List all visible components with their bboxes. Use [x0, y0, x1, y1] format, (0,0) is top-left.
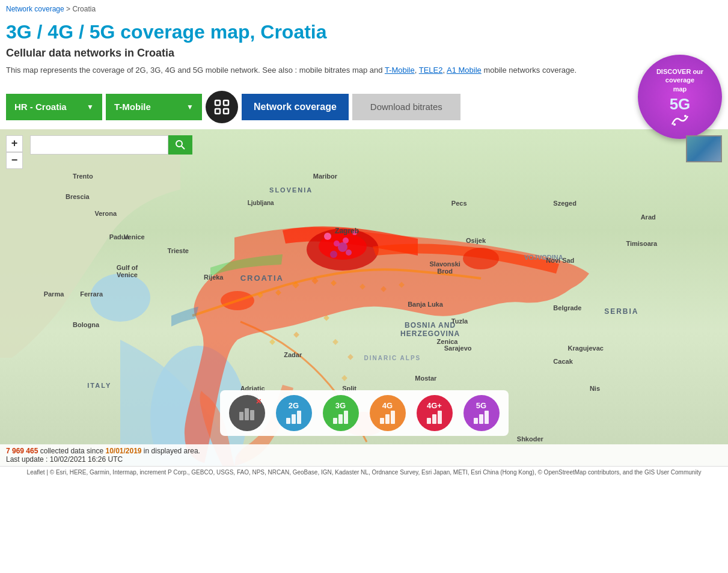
map-stats-bar: 7 969 465 collected data since 10/01/201… — [0, 444, 728, 466]
map-stats-text: 7 969 465 collected data since 10/01/201… — [6, 447, 722, 455]
svg-point-15 — [352, 230, 357, 235]
tele2-link[interactable]: TELE2 — [419, 66, 443, 75]
svg-rect-0 — [215, 100, 220, 105]
svg-rect-2 — [215, 109, 220, 114]
discover-text: DISCOVER our coverage map — [656, 67, 703, 93]
country-label: HR - Croatia — [14, 102, 67, 112]
page-subtitle: Cellular data networks in Croatia — [6, 47, 722, 60]
legend-item-4g[interactable]: 4G — [367, 395, 409, 431]
svg-rect-32 — [347, 354, 353, 360]
discover-coverage-badge[interactable]: DISCOVER our coverage map 5G — [638, 55, 722, 139]
svg-rect-3 — [224, 109, 228, 114]
svg-rect-1 — [224, 100, 228, 105]
legend-bar: ✕ 2G 3G — [220, 390, 509, 436]
svg-point-19 — [346, 250, 352, 256]
svg-rect-29 — [293, 331, 299, 337]
a1mobile-link[interactable]: A1 Mobile — [447, 66, 482, 75]
fullscreen-icon-button[interactable] — [206, 91, 238, 123]
zoom-controls: + − — [6, 135, 23, 169]
legend-item-5g[interactable]: 5G — [460, 395, 503, 431]
breadcrumb-current: Croatia — [72, 5, 96, 13]
operator-label: T-Mobile — [114, 102, 151, 112]
svg-point-18 — [330, 251, 337, 258]
page-description: This map represents the coverage of 2G, … — [6, 64, 722, 76]
map-attribution: Leaflet | © Esri, HERE, Garmin, Intermap… — [0, 466, 728, 478]
map-container[interactable]: + − SLOVENIA Ljubljana CROATIA BOSNIA AN… — [0, 129, 728, 466]
map-search-input[interactable] — [30, 135, 168, 155]
map-thumbnail[interactable] — [686, 135, 722, 162]
svg-point-7 — [90, 274, 150, 322]
data-count: 7 969 465 — [6, 447, 38, 455]
legend-item-2g[interactable]: 2G — [273, 395, 315, 431]
operator-dropdown-arrow: ▼ — [186, 103, 194, 111]
stats-date: 10/01/2019 — [105, 447, 141, 455]
tmobile-link[interactable]: T-Mobile — [385, 66, 415, 75]
svg-point-36 — [176, 141, 182, 147]
last-update: Last update : 10/02/2021 16:26 UTC — [6, 455, 722, 464]
controls-row: HR - Croatia ▼ T-Mobile ▼ Network covera… — [0, 91, 728, 129]
legend-item-3g[interactable]: 3G — [320, 395, 362, 431]
country-dropdown-arrow: ▼ — [87, 103, 94, 111]
five-g-label: 5G — [670, 95, 691, 114]
svg-point-5 — [684, 115, 687, 117]
svg-rect-33 — [341, 375, 347, 381]
operator-dropdown[interactable]: T-Mobile ▼ — [106, 94, 202, 120]
zoom-in-button[interactable]: + — [6, 135, 23, 152]
svg-rect-31 — [332, 339, 338, 345]
breadcrumb-separator: > — [66, 5, 72, 13]
legend-item-all[interactable]: ✕ — [226, 395, 268, 431]
network-coverage-button[interactable]: Network coverage — [242, 94, 349, 120]
map-search-button[interactable] — [168, 135, 192, 155]
legend-item-4gplus[interactable]: 4G+ — [414, 395, 456, 431]
svg-rect-30 — [269, 339, 275, 345]
page-title: 3G / 4G / 5G coverage map, Croatia — [6, 21, 722, 43]
zoom-out-button[interactable]: − — [6, 152, 23, 169]
country-dropdown[interactable]: HR - Croatia ▼ — [6, 94, 102, 120]
download-bitrates-button[interactable]: Download bitrates — [352, 94, 460, 120]
svg-point-13 — [324, 233, 331, 240]
map-search-bar — [30, 135, 192, 155]
breadcrumb: Network coverage > Croatia — [0, 0, 728, 18]
breadcrumb-parent-link[interactable]: Network coverage — [6, 5, 64, 13]
svg-point-4 — [673, 123, 676, 126]
svg-line-37 — [182, 146, 185, 149]
svg-point-17 — [338, 242, 347, 252]
svg-point-11 — [463, 248, 499, 269]
